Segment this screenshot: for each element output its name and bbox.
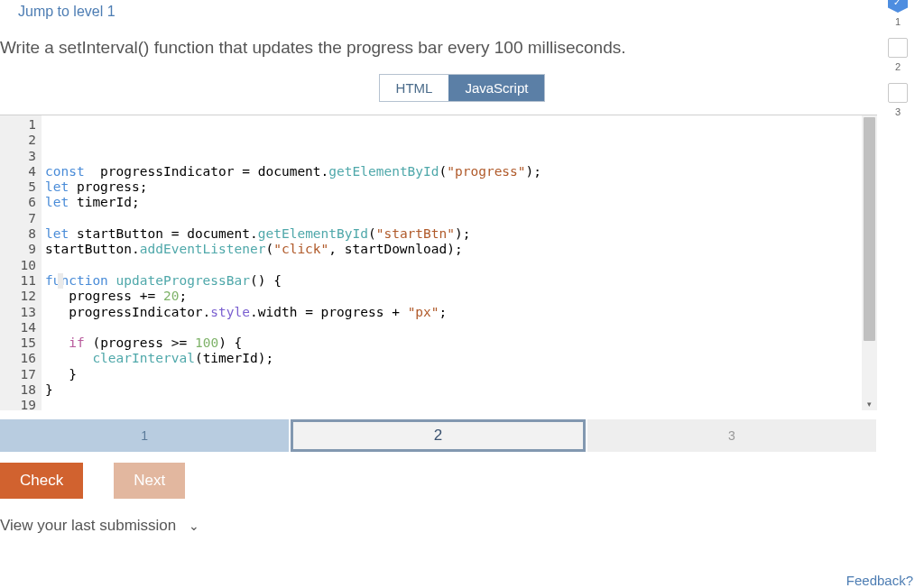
- progress-seg-1[interactable]: 1: [0, 419, 289, 452]
- question-prompt: Write a setInterval() function that upda…: [0, 25, 924, 74]
- rail-label-3: 3: [895, 106, 901, 117]
- code-tabs-row: HTML JavaScript: [0, 74, 924, 102]
- code-line[interactable]: const progressIndicator = document.getEl…: [45, 164, 862, 179]
- code-line[interactable]: [45, 211, 862, 226]
- tab-javascript[interactable]: JavaScript: [448, 75, 544, 101]
- line-number: 14: [0, 320, 36, 335]
- line-number: 2: [0, 133, 36, 148]
- code-tabs: HTML JavaScript: [379, 74, 546, 102]
- rail-box-3[interactable]: [888, 83, 908, 103]
- line-number: 8: [0, 226, 36, 242]
- code-pane[interactable]: const progressIndicator = document.getEl…: [42, 115, 862, 410]
- line-number: 10: [0, 258, 36, 273]
- jump-to-level-link[interactable]: Jump to level 1: [0, 0, 924, 25]
- code-line[interactable]: [45, 258, 862, 273]
- chevron-down-icon: ⌄: [189, 519, 199, 533]
- feedback-link[interactable]: Feedback?: [846, 573, 913, 588]
- line-number-gutter: 12345678910111213141516171819: [0, 115, 42, 410]
- line-number: 5: [0, 179, 36, 195]
- line-number: 16: [0, 351, 36, 366]
- code-line[interactable]: progress += 20;: [45, 289, 862, 304]
- code-line[interactable]: let timerId;: [45, 195, 862, 210]
- code-line[interactable]: }: [45, 367, 862, 382]
- rail-label-2: 2: [895, 61, 901, 72]
- code-line[interactable]: [45, 320, 862, 335]
- tab-html[interactable]: HTML: [380, 75, 449, 101]
- line-number: 9: [0, 242, 36, 257]
- code-line[interactable]: let progress;: [45, 179, 862, 195]
- editor-scrollbar[interactable]: ▾: [862, 115, 877, 410]
- next-button: Next: [114, 463, 185, 499]
- line-number: 17: [0, 367, 36, 382]
- line-number: 3: [0, 149, 36, 164]
- line-number: 18: [0, 382, 36, 398]
- view-last-label: View your last submission: [0, 517, 176, 535]
- code-line[interactable]: let startButton = document.getElementByI…: [45, 226, 862, 242]
- cursor-marker: [58, 273, 63, 289]
- progress-nav: 1 2 3: [0, 419, 876, 452]
- line-number: 11: [0, 273, 36, 289]
- question-rail: 1 2 3: [882, 0, 913, 124]
- progress-seg-3[interactable]: 3: [587, 419, 876, 452]
- check-button[interactable]: Check: [0, 463, 83, 499]
- line-number: 7: [0, 211, 36, 226]
- scrollbar-down-icon[interactable]: ▾: [862, 398, 877, 410]
- code-line[interactable]: clearInterval(timerId);: [45, 351, 862, 366]
- line-number: 4: [0, 164, 36, 179]
- code-line[interactable]: progressIndicator.style.width = progress…: [45, 305, 862, 320]
- line-number: 6: [0, 195, 36, 210]
- line-number: 15: [0, 335, 36, 351]
- code-line[interactable]: function updateProgressBar() {: [45, 273, 862, 289]
- line-number: 13: [0, 305, 36, 320]
- code-line[interactable]: startButton.addEventListener("click", st…: [45, 242, 862, 257]
- progress-seg-2[interactable]: 2: [291, 419, 585, 452]
- code-editor[interactable]: 12345678910111213141516171819 const prog…: [0, 115, 877, 410]
- rail-box-2[interactable]: [888, 38, 908, 58]
- code-line[interactable]: }: [45, 382, 862, 398]
- rail-check-icon: [888, 0, 908, 13]
- line-number: 12: [0, 289, 36, 304]
- code-line[interactable]: if (progress >= 100) {: [45, 335, 862, 351]
- line-number: 1: [0, 117, 36, 133]
- code-line[interactable]: [45, 398, 862, 410]
- line-number: 19: [0, 398, 36, 413]
- rail-label-1: 1: [895, 16, 901, 27]
- scrollbar-thumb[interactable]: [864, 117, 875, 341]
- view-last-submission[interactable]: View your last submission ⌄: [0, 517, 924, 535]
- action-buttons: Check Next: [0, 463, 924, 499]
